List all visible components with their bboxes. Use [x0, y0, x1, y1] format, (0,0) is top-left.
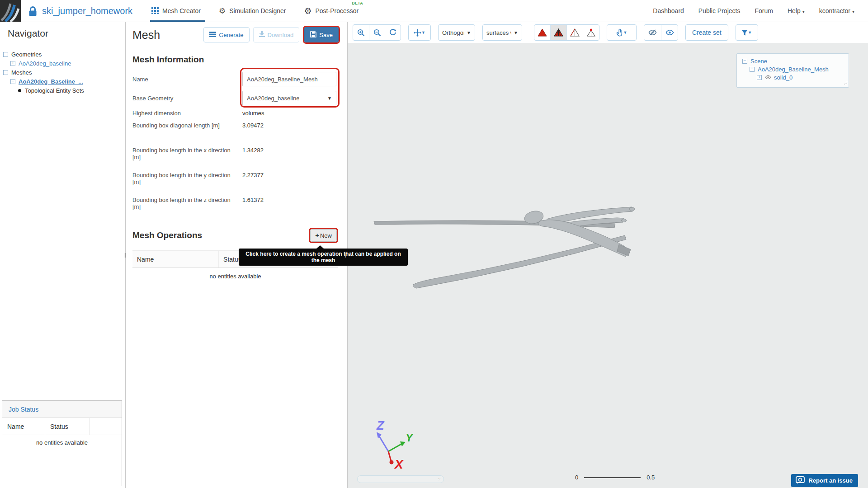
mesh-wireframe-button[interactable] [566, 25, 583, 40]
grid-icon [151, 7, 159, 15]
axis-x-label: X [394, 457, 404, 471]
panel-resize-grip[interactable] [345, 253, 347, 258]
zoom-out-button[interactable] [369, 25, 385, 40]
bullet-icon [18, 89, 21, 92]
tree-item-topological-entity-sets[interactable]: Topological Entity Sets [0, 86, 125, 95]
mesh-nodes-button[interactable] [583, 25, 599, 40]
tree-item-mesh-baseline[interactable]: AoA20deg_Baseline_... [0, 77, 125, 86]
tab-post-processor[interactable]: ⚙ Post-Processor BETA [304, 7, 359, 15]
zoom-in-button[interactable] [353, 25, 369, 40]
viewport-3d[interactable]: ▼ Orthogonal ▼ surfaces with w ▼ [348, 22, 868, 488]
collapse-icon[interactable] [3, 70, 8, 75]
new-operation-button[interactable]: + New [310, 229, 337, 242]
field-value: 1.34282 [242, 147, 338, 154]
hand-select-dropdown[interactable]: ▼ [607, 25, 636, 40]
base-geometry-select[interactable]: AoA20deg_baseline ▼ [242, 91, 336, 105]
simscale-logo[interactable] [0, 0, 21, 22]
nav-link-help[interactable]: Help [788, 7, 805, 14]
caret-down-icon: ▼ [748, 30, 752, 35]
new-operation-tooltip: Click here to create a mesh operation th… [239, 249, 408, 266]
projection-select[interactable]: Orthogonal ▼ [438, 24, 475, 41]
column-header-blank [90, 418, 122, 435]
lock-icon [28, 6, 38, 16]
report-issue-button[interactable]: Report an issue [791, 474, 858, 487]
scene-tree-panel: Scene AoA20deg_Baseline_Mesh solid_0 [736, 53, 849, 88]
nav-link-forum[interactable]: Forum [755, 7, 773, 14]
expand-icon[interactable] [757, 75, 762, 80]
caret-down-icon: ▼ [623, 30, 627, 35]
gears-icon: ⚙ [219, 7, 226, 15]
scale-start: 0 [575, 474, 578, 481]
mesh-information-title: Mesh Information [132, 55, 347, 65]
job-status-header: Job Status [2, 401, 122, 418]
plus-icon: + [315, 231, 319, 239]
panel-resize-grip[interactable] [124, 253, 126, 258]
operations-empty-text: no entities available [132, 268, 338, 285]
navbar-links: Dashboard Public Projects Forum Help kco… [653, 7, 854, 14]
tree-item-meshes[interactable]: Meshes [0, 68, 125, 77]
refresh-view-button[interactable] [385, 25, 401, 40]
collapse-icon[interactable] [3, 52, 8, 57]
resize-handle-icon[interactable] [844, 80, 848, 86]
scene-tree-solid[interactable]: solid_0 [742, 73, 849, 81]
collapse-icon[interactable] [10, 79, 15, 84]
field-value: 1.61372 [242, 197, 338, 203]
collapsed-widget-bar[interactable]: ⁙ [357, 475, 444, 483]
scene-tree-mesh[interactable]: AoA20deg_Baseline_Mesh [742, 65, 849, 73]
filter-dropdown[interactable]: ▼ [736, 25, 758, 40]
save-highlight-ring: Save [303, 26, 340, 44]
scale-bar: 0 0.5 [575, 474, 655, 481]
tree-item-geometry-baseline[interactable]: AoA20deg_baseline [0, 59, 125, 68]
render-mode-select[interactable]: surfaces with w ▼ [482, 24, 522, 41]
mesh-settings-panel: Mesh Generate Download [126, 22, 348, 488]
navigator-sidebar: Navigator Geometries AoA20deg_baseline M… [0, 22, 126, 488]
select-group: ▼ [607, 24, 637, 41]
caret-down-icon: ▼ [467, 30, 471, 35]
tree-label: Geometries [11, 51, 42, 58]
column-header-status: Status [45, 418, 90, 435]
nav-link-dashboard[interactable]: Dashboard [653, 7, 684, 14]
expand-icon[interactable] [10, 61, 15, 66]
hide-button[interactable] [644, 25, 661, 40]
show-button[interactable] [661, 25, 678, 40]
pan-dropdown[interactable]: ▼ [409, 25, 430, 40]
field-value: 3.09472 [242, 122, 338, 129]
generate-button[interactable]: Generate [203, 27, 249, 42]
user-menu[interactable]: kcontractor [819, 7, 854, 14]
filter-group: ▼ [736, 24, 758, 41]
job-status-empty-text: no entities available [2, 435, 122, 446]
save-button[interactable]: Save [304, 27, 339, 42]
mesh-name-input[interactable] [242, 72, 336, 86]
field-value: 2.27377 [242, 172, 338, 178]
ski-jumper-model[interactable] [366, 176, 773, 384]
tab-label: Simulation Designer [229, 7, 286, 14]
resize-handle-icon: ⁙ [438, 478, 441, 482]
mesh-solid-wireframe-button[interactable] [550, 25, 566, 40]
mesh-solid-button[interactable] [534, 25, 550, 40]
scale-end: 0.5 [646, 474, 655, 481]
mesh-operations-title: Mesh Operations [132, 230, 202, 240]
tab-simulation-designer[interactable]: ⚙ Simulation Designer [219, 7, 286, 15]
scene-tree-root[interactable]: Scene [742, 57, 849, 65]
download-icon [259, 31, 265, 38]
tab-label: Mesh Creator [162, 7, 201, 14]
mesh-display-group [534, 24, 599, 41]
job-status-panel: Job Status Name Status no entities avail… [2, 400, 122, 486]
top-navbar: ski_jumper_homework Mesh Creator ⚙ Simul… [0, 0, 868, 22]
nav-link-public-projects[interactable]: Public Projects [698, 7, 741, 14]
name-label: Name [132, 76, 242, 83]
eye-icon[interactable] [765, 75, 771, 80]
field-label: Highest dimension [132, 110, 242, 117]
tree-item-geometries[interactable]: Geometries [0, 50, 125, 59]
generate-icon [209, 32, 216, 38]
axis-z-label: Z [376, 419, 385, 432]
collapse-icon[interactable] [742, 59, 747, 64]
scale-line [584, 477, 641, 478]
caret-down-icon: ▼ [514, 30, 518, 35]
download-button[interactable]: Download [253, 27, 300, 42]
pan-group: ▼ [408, 24, 431, 41]
axis-triad: Z Y X [370, 416, 429, 473]
collapse-icon[interactable] [750, 67, 755, 72]
create-set-button[interactable]: Create set [685, 24, 728, 41]
tab-mesh-creator[interactable]: Mesh Creator [151, 7, 201, 15]
